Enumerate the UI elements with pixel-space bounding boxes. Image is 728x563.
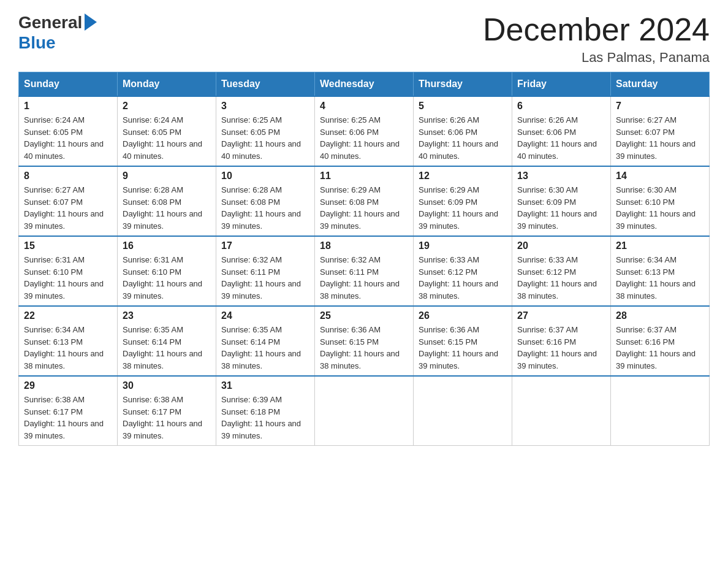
title-section: December 2024 Las Palmas, Panama <box>483 12 710 66</box>
sunset-label: Sunset: 6:08 PM <box>123 197 181 207</box>
day-info: Sunrise: 6:24 AM Sunset: 6:05 PM Dayligh… <box>123 114 211 162</box>
sunrise-label: Sunrise: 6:26 AM <box>419 115 479 124</box>
day-cell: 25 Sunrise: 6:36 AM Sunset: 6:15 PM Dayl… <box>315 306 414 376</box>
day-cell: 19 Sunrise: 6:33 AM Sunset: 6:12 PM Dayl… <box>414 236 512 306</box>
sunrise-label: Sunrise: 6:25 AM <box>320 115 381 124</box>
sunset-label: Sunset: 6:14 PM <box>221 337 280 347</box>
daylight-label: Daylight: 11 hours and 39 minutes. <box>24 279 104 301</box>
day-cell: 10 Sunrise: 6:28 AM Sunset: 6:08 PM Dayl… <box>216 166 315 236</box>
week-row-4: 22 Sunrise: 6:34 AM Sunset: 6:13 PM Dayl… <box>19 306 710 376</box>
sunset-label: Sunset: 6:17 PM <box>24 407 83 416</box>
day-number: 10 <box>221 170 309 182</box>
day-info: Sunrise: 6:28 AM Sunset: 6:08 PM Dayligh… <box>123 184 211 232</box>
day-cell: 20 Sunrise: 6:33 AM Sunset: 6:12 PM Dayl… <box>512 236 611 306</box>
daylight-label: Daylight: 11 hours and 39 minutes. <box>320 209 400 231</box>
sunrise-label: Sunrise: 6:33 AM <box>517 255 578 264</box>
sunrise-label: Sunrise: 6:34 AM <box>24 325 85 334</box>
day-info: Sunrise: 6:38 AM Sunset: 6:17 PM Dayligh… <box>24 394 112 442</box>
day-cell: 11 Sunrise: 6:29 AM Sunset: 6:08 PM Dayl… <box>315 166 414 236</box>
sunset-label: Sunset: 6:12 PM <box>419 267 477 277</box>
day-info: Sunrise: 6:30 AM Sunset: 6:10 PM Dayligh… <box>616 184 704 232</box>
day-cell: 17 Sunrise: 6:32 AM Sunset: 6:11 PM Dayl… <box>216 236 315 306</box>
sunset-label: Sunset: 6:13 PM <box>616 267 675 277</box>
column-header-thursday: Thursday <box>414 72 512 97</box>
sunset-label: Sunset: 6:06 PM <box>419 128 477 137</box>
sunrise-label: Sunrise: 6:28 AM <box>221 185 282 194</box>
daylight-label: Daylight: 11 hours and 38 minutes. <box>320 349 400 370</box>
day-cell: 28 Sunrise: 6:37 AM Sunset: 6:16 PM Dayl… <box>611 306 710 376</box>
day-cell: 15 Sunrise: 6:31 AM Sunset: 6:10 PM Dayl… <box>19 236 118 306</box>
daylight-label: Daylight: 11 hours and 39 minutes. <box>419 349 498 370</box>
day-info: Sunrise: 6:35 AM Sunset: 6:14 PM Dayligh… <box>123 324 211 372</box>
sunset-label: Sunset: 6:13 PM <box>24 337 83 347</box>
sunrise-label: Sunrise: 6:38 AM <box>24 395 85 404</box>
sunset-label: Sunset: 6:09 PM <box>517 197 576 207</box>
sunset-label: Sunset: 6:07 PM <box>616 128 675 137</box>
day-cell: 12 Sunrise: 6:29 AM Sunset: 6:09 PM Dayl… <box>414 166 512 236</box>
sunset-label: Sunset: 6:16 PM <box>517 337 576 347</box>
day-cell: 3 Sunrise: 6:25 AM Sunset: 6:05 PM Dayli… <box>216 96 315 166</box>
daylight-label: Daylight: 11 hours and 40 minutes. <box>24 139 104 161</box>
week-row-1: 1 Sunrise: 6:24 AM Sunset: 6:05 PM Dayli… <box>19 96 710 166</box>
sunrise-label: Sunrise: 6:24 AM <box>24 115 85 124</box>
day-number: 25 <box>320 310 408 321</box>
day-number: 12 <box>419 170 507 182</box>
day-number: 20 <box>517 240 605 251</box>
day-number: 29 <box>24 380 112 391</box>
sunrise-label: Sunrise: 6:35 AM <box>123 325 183 334</box>
sunrise-label: Sunrise: 6:37 AM <box>616 325 677 334</box>
daylight-label: Daylight: 11 hours and 39 minutes. <box>24 209 104 231</box>
day-number: 19 <box>419 240 507 251</box>
day-info: Sunrise: 6:27 AM Sunset: 6:07 PM Dayligh… <box>616 114 704 162</box>
sunset-label: Sunset: 6:05 PM <box>24 128 83 137</box>
sunset-label: Sunset: 6:11 PM <box>320 267 379 277</box>
day-cell: 8 Sunrise: 6:27 AM Sunset: 6:07 PM Dayli… <box>19 166 118 236</box>
page-title: December 2024 <box>483 12 710 47</box>
day-info: Sunrise: 6:26 AM Sunset: 6:06 PM Dayligh… <box>517 114 605 162</box>
daylight-label: Daylight: 11 hours and 40 minutes. <box>123 139 202 161</box>
sunset-label: Sunset: 6:12 PM <box>517 267 576 277</box>
day-cell: 5 Sunrise: 6:26 AM Sunset: 6:06 PM Dayli… <box>414 96 512 166</box>
sunset-label: Sunset: 6:15 PM <box>320 337 379 347</box>
daylight-label: Daylight: 11 hours and 39 minutes. <box>517 209 597 231</box>
day-cell: 6 Sunrise: 6:26 AM Sunset: 6:06 PM Dayli… <box>512 96 611 166</box>
sunset-label: Sunset: 6:17 PM <box>123 407 181 416</box>
daylight-label: Daylight: 11 hours and 39 minutes. <box>123 209 202 231</box>
day-cell: 24 Sunrise: 6:35 AM Sunset: 6:14 PM Dayl… <box>216 306 315 376</box>
sunset-label: Sunset: 6:10 PM <box>24 267 83 277</box>
column-header-sunday: Sunday <box>19 72 118 97</box>
day-number: 9 <box>123 170 211 182</box>
day-cell: 27 Sunrise: 6:37 AM Sunset: 6:16 PM Dayl… <box>512 306 611 376</box>
daylight-label: Daylight: 11 hours and 39 minutes. <box>616 139 696 161</box>
day-cell <box>611 376 710 446</box>
day-info: Sunrise: 6:36 AM Sunset: 6:15 PM Dayligh… <box>419 324 507 372</box>
calendar-header-row: SundayMondayTuesdayWednesdayThursdayFrid… <box>19 72 710 97</box>
sunrise-label: Sunrise: 6:31 AM <box>24 255 85 264</box>
daylight-label: Daylight: 11 hours and 40 minutes. <box>517 139 597 161</box>
sunset-label: Sunset: 6:14 PM <box>123 337 181 347</box>
day-number: 7 <box>616 101 704 112</box>
sunset-label: Sunset: 6:08 PM <box>221 197 280 207</box>
day-cell: 22 Sunrise: 6:34 AM Sunset: 6:13 PM Dayl… <box>19 306 118 376</box>
day-info: Sunrise: 6:30 AM Sunset: 6:09 PM Dayligh… <box>517 184 605 232</box>
day-cell: 16 Sunrise: 6:31 AM Sunset: 6:10 PM Dayl… <box>118 236 216 306</box>
sunset-label: Sunset: 6:06 PM <box>320 128 379 137</box>
week-row-2: 8 Sunrise: 6:27 AM Sunset: 6:07 PM Dayli… <box>19 166 710 236</box>
day-info: Sunrise: 6:25 AM Sunset: 6:05 PM Dayligh… <box>221 114 309 162</box>
day-number: 18 <box>320 240 408 251</box>
sunrise-label: Sunrise: 6:34 AM <box>616 255 677 264</box>
logo-general-text: General <box>18 13 82 33</box>
column-header-monday: Monday <box>118 72 216 97</box>
day-number: 14 <box>616 170 704 182</box>
day-cell: 21 Sunrise: 6:34 AM Sunset: 6:13 PM Dayl… <box>611 236 710 306</box>
day-number: 24 <box>221 310 309 321</box>
day-info: Sunrise: 6:34 AM Sunset: 6:13 PM Dayligh… <box>24 324 112 372</box>
day-number: 26 <box>419 310 507 321</box>
day-info: Sunrise: 6:35 AM Sunset: 6:14 PM Dayligh… <box>221 324 309 372</box>
sunrise-label: Sunrise: 6:30 AM <box>616 185 677 194</box>
sunrise-label: Sunrise: 6:29 AM <box>320 185 381 194</box>
day-info: Sunrise: 6:39 AM Sunset: 6:18 PM Dayligh… <box>221 394 309 442</box>
day-info: Sunrise: 6:26 AM Sunset: 6:06 PM Dayligh… <box>419 114 507 162</box>
day-number: 3 <box>221 101 309 112</box>
sunrise-label: Sunrise: 6:36 AM <box>419 325 479 334</box>
